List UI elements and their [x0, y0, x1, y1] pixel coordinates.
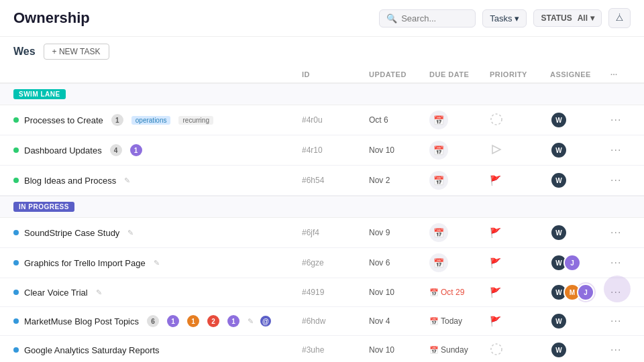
- edit-icon[interactable]: ✎: [248, 317, 254, 326]
- status-dot: [13, 260, 19, 265]
- count-badge: 1: [187, 315, 199, 327]
- filter-button[interactable]: ⧊: [608, 8, 631, 28]
- task-due: 📅: [429, 223, 490, 242]
- count-badge: 1: [111, 114, 123, 126]
- chevron-down-icon: ▾: [590, 13, 594, 23]
- task-name[interactable]: Google Analytics Saturday Reports: [24, 345, 160, 355]
- task-name[interactable]: MarketMuse Blog Post Topics: [24, 316, 139, 326]
- task-due: 📅 Oct 29: [429, 288, 490, 297]
- status-filter[interactable]: STATUS All ▾: [533, 9, 602, 27]
- task-updated: Nov 10: [369, 145, 429, 155]
- task-due: 📅: [429, 111, 490, 129]
- task-name-cell: Clear Voice Trial ✎: [13, 288, 302, 298]
- task-name[interactable]: Dashboard Updates: [24, 145, 102, 156]
- due-date: Sunday: [441, 345, 468, 355]
- table-row: Google Analytics Saturday Reports #3uhe …: [0, 336, 644, 362]
- status-dot: [13, 318, 19, 324]
- task-updated: Nov 10: [369, 345, 429, 355]
- status-dot: [13, 230, 19, 235]
- col-name: [13, 70, 302, 78]
- task-priority: 🚩: [490, 227, 550, 238]
- task-priority: [490, 143, 550, 158]
- more-button[interactable]: ···: [610, 257, 631, 269]
- due-date-overdue: Oct 29: [441, 288, 464, 297]
- tag-recurring: recurring: [178, 116, 213, 125]
- edit-icon[interactable]: ✎: [154, 259, 160, 267]
- more-button[interactable]: ···: [610, 286, 631, 298]
- count-badge: 1: [167, 315, 179, 327]
- avatar: W: [550, 172, 568, 189]
- status-label: STATUS: [541, 13, 572, 23]
- task-name[interactable]: Clear Voice Trial: [24, 288, 88, 298]
- task-updated: Nov 9: [369, 228, 429, 237]
- tasks-dropdown[interactable]: Tasks ▾: [482, 9, 527, 27]
- edit-icon[interactable]: ✎: [96, 288, 102, 297]
- chevron-down-icon: ▾: [515, 13, 519, 23]
- task-name[interactable]: Graphics for Trello Import Page: [24, 258, 146, 268]
- task-name-cell: Dashboard Updates 4 1: [13, 144, 302, 156]
- status-value: All: [578, 13, 588, 23]
- more-button[interactable]: ···: [610, 227, 631, 239]
- priority-icon: [490, 143, 503, 156]
- task-name-cell: Processes to Create 1 operations recurri…: [13, 114, 302, 126]
- task-assignee: W M J: [550, 284, 610, 301]
- task-name[interactable]: Processes to Create: [24, 115, 103, 125]
- calendar-icon: 📅: [429, 171, 448, 190]
- avatar: W: [550, 312, 568, 330]
- app-container: Ownership 🔍 Tasks ▾ STATUS All ▾ ⧊ Wes +…: [0, 0, 644, 362]
- priority-icon: [490, 343, 503, 356]
- table-header: ID UPDATED DUE DATE PRIORITY ASSIGNEE ··…: [0, 66, 644, 83]
- task-assignee: W: [550, 312, 610, 330]
- more-button[interactable]: ···: [610, 315, 631, 327]
- avatar: W: [550, 141, 568, 159]
- in-progress-badge: IN PROGRESS: [13, 202, 74, 212]
- inline-avatar: @: [259, 314, 272, 328]
- search-input[interactable]: [401, 13, 468, 23]
- search-icon: 🔍: [386, 13, 397, 23]
- more-button[interactable]: ···: [610, 174, 631, 186]
- svg-marker-1: [492, 145, 500, 154]
- tag-operations: operations: [131, 116, 171, 125]
- avatar: W: [550, 341, 568, 359]
- more-button[interactable]: ···: [610, 144, 631, 156]
- priority-icon: [490, 113, 503, 126]
- flag-icon: 🚩: [490, 227, 501, 238]
- task-priority: [490, 343, 550, 358]
- task-id: #4919: [302, 288, 369, 297]
- col-assignee: ASSIGNEE: [550, 70, 610, 78]
- swim-lane-header: SWIM LANE: [0, 83, 644, 105]
- col-priority: PRIORITY: [490, 70, 550, 78]
- task-assignee: W: [550, 111, 610, 129]
- table-row: MarketMuse Blog Post Topics 6 1 1 2 1 ✎ …: [0, 307, 644, 336]
- table-row: Graphics for Trello Import Page ✎ #6gze …: [0, 248, 644, 278]
- count-badge-purple: 1: [130, 144, 142, 156]
- task-priority: 🚩: [490, 316, 550, 326]
- col-more: ···: [610, 70, 631, 78]
- more-button[interactable]: ···: [610, 344, 631, 356]
- table-row: Blog Ideas and Process ✎ #6h54 Nov 2 📅 🚩…: [0, 166, 644, 196]
- task-name-cell: Google Analytics Saturday Reports: [13, 345, 302, 355]
- filter-icon: ⧊: [616, 13, 623, 23]
- table-row: SoundStripe Case Study ✎ #6jf4 Nov 9 📅 🚩…: [0, 218, 644, 248]
- task-id: #6hdw: [302, 316, 369, 326]
- task-name-cell: MarketMuse Blog Post Topics 6 1 1 2 1 ✎ …: [13, 314, 302, 328]
- task-due: 📅 Sunday: [429, 345, 490, 355]
- avatar-group: W M J: [550, 284, 610, 301]
- task-priority: 🚩: [490, 175, 550, 186]
- status-dot: [13, 147, 19, 153]
- task-name[interactable]: Blog Ideas and Process: [24, 176, 116, 186]
- task-updated: Nov 10: [369, 288, 429, 297]
- calendar-icon: 📅: [429, 111, 448, 129]
- task-id: #4r10: [302, 145, 369, 155]
- new-task-button[interactable]: + NEW TASK: [44, 44, 109, 60]
- edit-icon[interactable]: ✎: [124, 176, 130, 185]
- search-bar[interactable]: 🔍: [379, 9, 476, 27]
- flag-icon: 🚩: [490, 175, 501, 186]
- task-due: 📅 Today: [429, 316, 490, 326]
- more-button[interactable]: ···: [610, 114, 631, 126]
- task-due: 📅: [429, 141, 490, 160]
- edit-icon[interactable]: ✎: [127, 229, 133, 237]
- calendar-icon: 📅: [429, 288, 439, 297]
- avatar: W: [550, 224, 568, 241]
- task-name[interactable]: SoundStripe Case Study: [24, 228, 119, 238]
